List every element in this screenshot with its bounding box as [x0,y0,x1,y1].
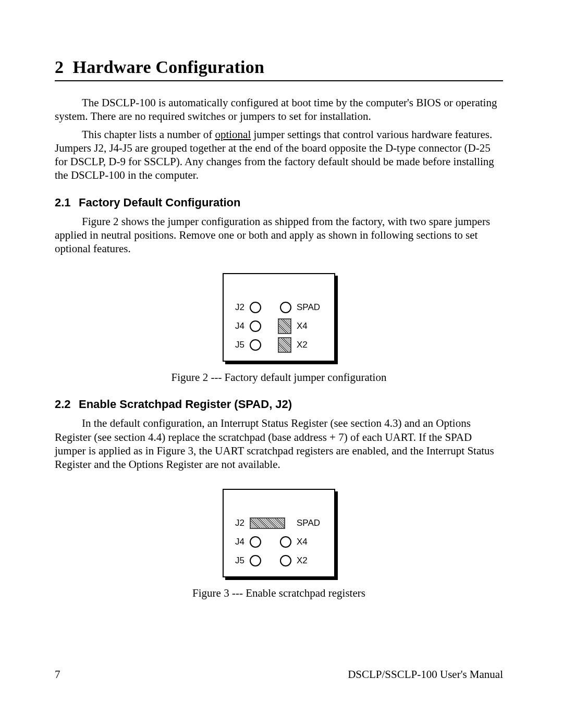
figure-3-j4-label: J4 [224,537,250,547]
figure-2-j5-pins [250,337,291,353]
section-2.2-heading: 2.2Enable Scratchpad Register (SPAD, J2) [55,398,503,411]
figure-3-x4-label: X4 [291,537,328,547]
jumper-horizontal-icon [250,517,285,529]
figure-3-j2-label: J2 [224,518,250,528]
figure-2-j5-label: J5 [224,340,250,350]
chapter-title-text: Hardware Configuration [73,57,264,77]
intro-para-2: This chapter lists a number of optional … [55,128,503,182]
pin-icon [280,302,291,313]
pin-icon [250,555,261,566]
figure-3-x2-label: X2 [291,556,328,566]
figure-3-row-j4: J4 X4 [224,533,334,551]
page-footer: 7 DSCLP/SSCLP-100 User's Manual [55,668,503,681]
pin-icon [280,555,291,566]
chapter-heading: 2 Hardware Configuration [55,57,503,77]
jumper-icon [278,337,291,353]
section-2.2-number: 2.2 [55,398,79,411]
section-2.1-heading: 2.1Factory Default Configuration [55,196,503,209]
figure-2-x2-label: X2 [291,340,328,350]
figure-3-j5-label: J5 [224,556,250,566]
intro-para-2-lead: This chapter lists a number of [82,128,215,141]
optional-underline: optional [215,128,251,141]
section-2.2-title: Enable Scratchpad Register (SPAD, J2) [79,398,292,411]
jumper-icon [278,318,291,334]
figure-3-spad-label: SPAD [291,518,328,528]
figure-2-j4-pins [250,318,291,335]
figure-2-caption: Figure 2 --- Factory default jumper conf… [55,371,503,384]
figure-2-row-j2: J2 SPAD [224,298,334,317]
page: 2 Hardware Configuration The DSCLP-100 i… [0,0,563,728]
figure-3-j5-pins [250,552,291,569]
pin-icon [250,536,261,548]
intro-para-1: The DSCLP-100 is automatically configure… [55,96,503,124]
figure-2-spad-label: SPAD [291,302,328,313]
figure-3-caption: Figure 3 --- Enable scratchpad registers [55,587,503,600]
section-2.1-para: Figure 2 shows the jumper configuration … [55,215,503,256]
pin-icon [250,302,261,313]
pin-icon [250,339,261,351]
figure-2-row-j5: J5 X2 [224,336,334,354]
manual-title: DSCLP/SSCLP-100 User's Manual [348,668,503,681]
figure-3: J2 SPAD J4 X4 J5 X2 [55,489,503,600]
figure-3-row-j2: J2 SPAD [224,514,334,533]
figure-2-x4-label: X4 [291,321,328,331]
heading-rule [55,80,503,81]
figure-2: J2 SPAD J4 X4 J5 [55,273,503,384]
page-number: 7 [55,668,60,681]
pin-icon [280,536,291,548]
section-2.1-title: Factory Default Configuration [79,196,240,209]
pin-icon [250,320,261,332]
figure-3-diagram: J2 SPAD J4 X4 J5 X2 [223,489,335,577]
figure-3-row-j5: J5 X2 [224,551,334,570]
figure-2-diagram: J2 SPAD J4 X4 J5 [223,273,335,362]
figure-2-j4-label: J4 [224,321,250,331]
section-2.2-para: In the default configuration, an Interru… [55,416,503,471]
figure-3-j2-pins [250,515,291,532]
section-2.1-number: 2.1 [55,196,79,209]
figure-2-row-j4: J4 X4 [224,317,334,336]
figure-2-j2-pins [250,299,291,316]
figure-3-j4-pins [250,534,291,550]
chapter-number: 2 [55,57,64,77]
figure-2-j2-label: J2 [224,302,250,313]
